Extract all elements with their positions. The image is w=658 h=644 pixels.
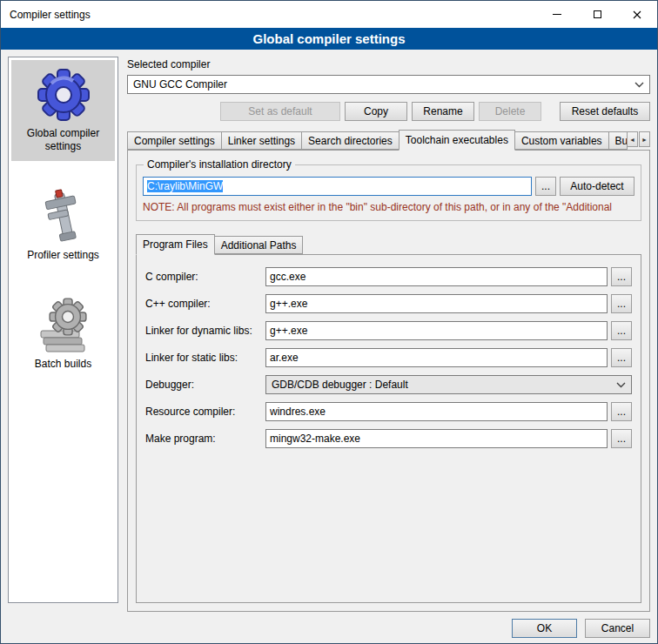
settings-tabbar: Compiler settings Linker settings Search… xyxy=(127,130,650,150)
tab-linker-settings[interactable]: Linker settings xyxy=(221,131,302,150)
debugger-value: GDB/CDB debugger : Default xyxy=(272,379,611,391)
sidebar-item-global-compiler-settings[interactable]: Global compiler settings xyxy=(11,60,115,161)
program-files-panel: C compiler: ... C++ compiler: ... Linker… xyxy=(136,254,641,603)
tab-scroll-right-button[interactable]: ► xyxy=(639,131,650,147)
chevron-down-icon xyxy=(634,82,644,88)
subtab-additional-paths[interactable]: Additional Paths xyxy=(214,236,304,254)
field-label: C++ compiler: xyxy=(145,298,265,310)
form-row-resource-compiler: Resource compiler: ... xyxy=(145,402,632,421)
form-row-make-program: Make program: ... xyxy=(145,429,632,448)
auto-detect-button[interactable]: Auto-detect xyxy=(560,177,634,196)
field-label: Debugger: xyxy=(145,379,265,391)
browse-resource-compiler-button[interactable]: ... xyxy=(611,402,632,421)
delete-button[interactable]: Delete xyxy=(479,102,541,121)
window-controls xyxy=(537,1,657,28)
sidebar-item-label: Global compiler settings xyxy=(13,127,113,153)
field-label: Linker for static libs: xyxy=(145,352,265,364)
close-button[interactable] xyxy=(617,1,657,28)
tab-compiler-settings[interactable]: Compiler settings xyxy=(127,131,222,150)
bin-subdirectory-note: NOTE: All programs must exist either in … xyxy=(143,201,634,213)
cancel-button[interactable]: Cancel xyxy=(585,619,650,638)
minimize-icon xyxy=(553,14,561,15)
main-panel: Selected compiler GNU GCC Compiler Set a… xyxy=(127,57,650,638)
browse-c-compiler-button[interactable]: ... xyxy=(611,267,632,286)
static-libs-linker-input[interactable] xyxy=(265,348,608,367)
installation-directory-value: C:\raylib\MinGW xyxy=(147,180,223,192)
tab-scroll-left-button[interactable]: ◄ xyxy=(627,131,638,147)
field-label: Linker for dynamic libs: xyxy=(145,325,265,337)
sidebar-item-label: Batch builds xyxy=(35,358,91,371)
debugger-select[interactable]: GDB/CDB debugger : Default xyxy=(265,375,632,394)
form-row-debugger: Debugger: GDB/CDB debugger : Default xyxy=(145,375,632,394)
cpp-compiler-input[interactable] xyxy=(265,294,608,313)
tab-custom-variables[interactable]: Custom variables xyxy=(514,131,609,150)
set-as-default-button[interactable]: Set as default xyxy=(220,102,340,121)
browse-dynamic-linker-button[interactable]: ... xyxy=(611,321,632,340)
maximize-icon xyxy=(594,10,601,18)
compiler-actions: Set as default Copy Rename Delete Reset … xyxy=(127,102,650,121)
form-row-cpp-compiler: C++ compiler: ... xyxy=(145,294,632,313)
selected-compiler-value: GNU GCC Compiler xyxy=(133,78,629,91)
tab-search-directories[interactable]: Search directories xyxy=(301,131,400,150)
browse-installation-directory-button[interactable]: ... xyxy=(535,177,556,196)
form-row-dynamic-linker: Linker for dynamic libs: ... xyxy=(145,321,632,340)
ok-button[interactable]: OK xyxy=(512,619,577,638)
batch-builds-gear-stack-icon xyxy=(36,298,91,353)
compiler-settings-window: Compiler settings Global compiler settin… xyxy=(0,0,658,644)
installation-directory-groupbox: Compiler's installation directory C:\ray… xyxy=(136,164,641,221)
sidebar-item-profiler-settings[interactable]: Profiler settings xyxy=(11,182,115,270)
subtab-program-files[interactable]: Program Files xyxy=(136,234,215,255)
dynamic-libs-linker-input[interactable] xyxy=(265,321,608,340)
browse-cpp-compiler-button[interactable]: ... xyxy=(611,294,632,313)
page-title: Global compiler settings xyxy=(1,28,657,50)
reset-defaults-button[interactable]: Reset defaults xyxy=(560,102,650,121)
maximize-button[interactable] xyxy=(577,1,617,28)
dialog-footer: OK Cancel xyxy=(127,612,650,638)
dialog-body: Global compiler settings Profiler se xyxy=(1,50,657,643)
form-row-c-compiler: C compiler: ... xyxy=(145,267,632,286)
sidebar-item-label: Profiler settings xyxy=(27,249,99,262)
installation-directory-label: Compiler's installation directory xyxy=(144,158,295,171)
settings-category-sidebar: Global compiler settings Profiler se xyxy=(8,57,118,603)
browse-static-linker-button[interactable]: ... xyxy=(611,348,632,367)
blue-gear-icon xyxy=(36,67,91,123)
tab-toolchain-executables[interactable]: Toolchain executables xyxy=(399,130,515,151)
resource-compiler-input[interactable] xyxy=(265,402,608,421)
chevron-down-icon xyxy=(616,382,626,388)
selected-compiler-label: Selected compiler xyxy=(127,58,650,70)
browse-make-program-button[interactable]: ... xyxy=(611,429,632,448)
installation-directory-row: C:\raylib\MinGW ... Auto-detect xyxy=(143,177,634,196)
copy-button[interactable]: Copy xyxy=(345,102,407,121)
tab-scroll-controls: ◄ ► xyxy=(627,131,650,150)
close-icon xyxy=(633,10,641,19)
field-label: Resource compiler: xyxy=(145,406,265,418)
sidebar-item-batch-builds[interactable]: Batch builds xyxy=(11,291,115,379)
c-compiler-input[interactable] xyxy=(265,267,608,286)
rename-button[interactable]: Rename xyxy=(412,102,474,121)
program-files-subtabs: Program Files Additional Paths xyxy=(136,234,641,254)
field-label: C compiler: xyxy=(145,271,265,283)
selected-compiler-select[interactable]: GNU GCC Compiler xyxy=(127,75,650,94)
field-label: Make program: xyxy=(145,433,265,445)
toolchain-executables-panel: Compiler's installation directory C:\ray… xyxy=(127,150,650,612)
installation-directory-input[interactable]: C:\raylib\MinGW xyxy=(143,177,532,196)
window-title: Compiler settings xyxy=(1,9,91,21)
tab-build-options[interactable]: Build xyxy=(608,131,628,150)
make-program-input[interactable] xyxy=(265,429,608,448)
form-row-static-linker: Linker for static libs: ... xyxy=(145,348,632,367)
profiler-tool-icon xyxy=(36,189,91,245)
titlebar: Compiler settings xyxy=(1,1,657,28)
minimize-button[interactable] xyxy=(537,1,577,28)
